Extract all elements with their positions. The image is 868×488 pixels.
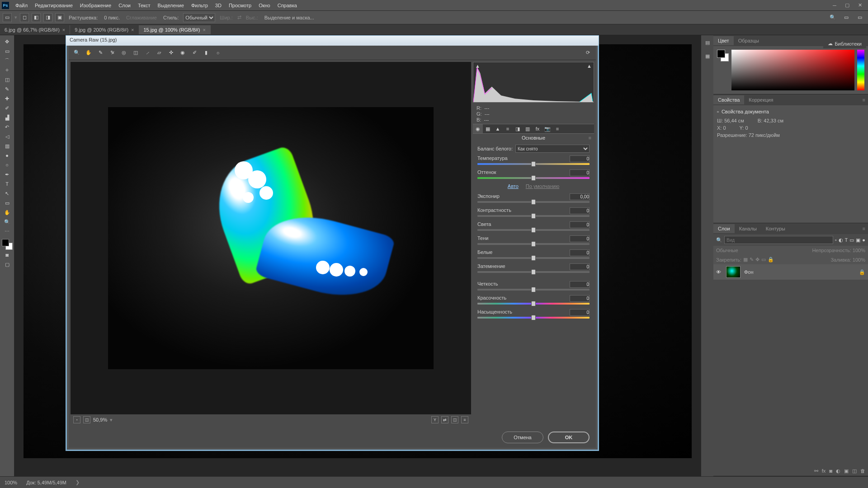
path-tool-icon[interactable]: ↖: [1, 189, 13, 198]
workspace-icon[interactable]: ▭: [841, 12, 852, 23]
panel-menu-icon[interactable]: ≡: [860, 97, 868, 103]
fg-bg-swatch[interactable]: [717, 50, 729, 61]
cr-basic-tab-icon[interactable]: ◉: [473, 124, 483, 133]
marquee-tool-icon[interactable]: ▭: [3, 13, 12, 22]
clarity-slider[interactable]: [477, 289, 590, 291]
text-tool-icon[interactable]: T: [1, 179, 13, 188]
cr-swap-icon[interactable]: ⇄: [441, 416, 448, 423]
menu-view[interactable]: Просмотр: [225, 1, 255, 10]
cr-target-tool-icon[interactable]: ◎: [118, 47, 129, 58]
temp-input[interactable]: [570, 155, 590, 162]
filter-adj-icon[interactable]: ◐: [839, 237, 843, 243]
panel-menu-icon[interactable]: ≡: [860, 226, 868, 231]
dodge-tool-icon[interactable]: ○: [1, 160, 13, 169]
doc-tab-3[interactable]: 15.jpg @ 100% (RGB/8#)×: [139, 25, 211, 34]
whites-slider[interactable]: [477, 257, 590, 259]
tint-slider[interactable]: [477, 177, 590, 179]
tab-paths[interactable]: Контуры: [761, 224, 790, 233]
cr-view-split-icon[interactable]: ◫: [83, 416, 90, 423]
cr-transform-tool-icon[interactable]: ▱: [154, 47, 165, 58]
minimize-icon[interactable]: ─: [828, 1, 841, 10]
cr-hand-tool-icon[interactable]: ✋: [83, 47, 94, 58]
wand-tool-icon[interactable]: ✧: [1, 66, 13, 75]
cr-gradient-tool-icon[interactable]: ▮: [201, 47, 212, 58]
cr-spot-tool-icon[interactable]: ✜: [165, 47, 176, 58]
cancel-button[interactable]: Отмена: [502, 432, 543, 443]
crop-tool-icon[interactable]: ◫: [1, 75, 13, 84]
color-picker[interactable]: [731, 50, 854, 90]
pen-tool-icon[interactable]: ✒: [1, 170, 13, 179]
actions-panel-icon[interactable]: ▦: [703, 52, 712, 61]
add-selection-icon[interactable]: ◧: [32, 13, 41, 22]
search-icon[interactable]: 🔍: [827, 12, 838, 23]
cr-sampler-tool-icon[interactable]: ✎̷: [107, 47, 118, 58]
color-swatch[interactable]: [2, 239, 13, 250]
intersect-selection-icon[interactable]: ▣: [55, 13, 64, 22]
cr-detail-tab-icon[interactable]: ▲: [493, 124, 503, 133]
quickmask-icon[interactable]: ◙: [1, 250, 13, 259]
lasso-tool-icon[interactable]: ⌒: [1, 56, 13, 65]
close-icon[interactable]: ✕: [854, 1, 866, 10]
cr-hsl-tab-icon[interactable]: ≡: [503, 124, 513, 133]
vibrance-input[interactable]: [570, 295, 590, 302]
zoom-value[interactable]: 100%: [5, 480, 17, 485]
share-icon[interactable]: ▭: [854, 12, 865, 23]
maximize-icon[interactable]: ▢: [841, 1, 854, 10]
style-select[interactable]: Обычный: [183, 13, 215, 22]
cr-wb-tool-icon[interactable]: ✎: [95, 47, 106, 58]
visibility-icon[interactable]: 👁: [716, 269, 722, 275]
new-layer-icon[interactable]: ◫: [852, 468, 857, 474]
tab-channels[interactable]: Каналы: [735, 224, 761, 233]
more-tools-icon[interactable]: ⋯: [1, 227, 13, 236]
doc-size[interactable]: Док: 5,49M/5,49M: [26, 480, 66, 485]
close-tab-icon[interactable]: ×: [62, 27, 65, 33]
eyedropper-tool-icon[interactable]: ✎: [1, 84, 13, 94]
layer-thumbnail[interactable]: [726, 266, 741, 278]
libraries-tab[interactable]: ☁ Библиотеки: [823, 39, 866, 48]
cr-lens-tab-icon[interactable]: ▥: [523, 124, 533, 133]
auto-link[interactable]: Авто: [508, 183, 519, 189]
history-tool-icon[interactable]: ↶: [1, 122, 13, 131]
move-tool-icon[interactable]: ✥: [1, 37, 13, 46]
layer-name[interactable]: Фон: [744, 269, 754, 275]
zoom-tool-icon[interactable]: 🔍: [1, 217, 13, 226]
highlights-input[interactable]: [570, 221, 590, 228]
cr-brush-tool-icon[interactable]: ✐: [189, 47, 200, 58]
cr-copy-icon[interactable]: ◫: [451, 416, 458, 423]
layer-filter-input[interactable]: [724, 236, 833, 244]
filter-text-icon[interactable]: T: [845, 237, 848, 243]
delete-icon[interactable]: 🗑: [860, 468, 865, 474]
cr-rotate-icon[interactable]: ⟳: [582, 47, 593, 58]
feather-value[interactable]: 0 пикс.: [104, 15, 120, 20]
menu-3d[interactable]: 3D: [212, 1, 225, 10]
lock-transparency-icon[interactable]: ▦: [743, 257, 748, 263]
cr-panel-menu-icon[interactable]: ≡: [589, 135, 591, 141]
menu-edit[interactable]: Редактирование: [31, 1, 76, 10]
menu-help[interactable]: Справка: [274, 1, 301, 10]
menu-select[interactable]: Выделение: [154, 1, 188, 10]
wb-select[interactable]: Как снято: [515, 145, 590, 153]
hue-bar[interactable]: [857, 50, 864, 90]
menu-image[interactable]: Изображение: [76, 1, 115, 10]
fx-icon[interactable]: fx: [822, 468, 826, 474]
doc-tab-2[interactable]: 9.jpg @ 200% (RGB/8#)×: [70, 25, 139, 34]
temp-slider[interactable]: [477, 163, 590, 165]
ok-button[interactable]: OK: [548, 432, 590, 443]
lock-position-icon[interactable]: ✥: [755, 257, 760, 263]
hand-tool-icon[interactable]: ✋: [1, 208, 13, 217]
filter-icon[interactable]: 🔍: [716, 237, 722, 243]
lock-artboard-icon[interactable]: ▭: [761, 257, 766, 263]
healing-tool-icon[interactable]: ✚: [1, 94, 13, 103]
adjustment-icon[interactable]: ◐: [836, 468, 840, 474]
clarity-input[interactable]: [570, 281, 590, 288]
exposure-slider[interactable]: [477, 201, 590, 203]
new-selection-icon[interactable]: ◻: [20, 13, 29, 22]
lock-all-icon[interactable]: 🔒: [768, 257, 774, 263]
gradient-tool-icon[interactable]: ▥: [1, 141, 13, 150]
group-icon[interactable]: ▣: [844, 468, 849, 474]
blend-mode-select[interactable]: Обычные: [716, 248, 738, 253]
cr-view-single-icon[interactable]: ▫: [73, 416, 80, 423]
shadow-clip-icon[interactable]: ▲: [475, 63, 480, 69]
close-tab-icon[interactable]: ×: [203, 27, 205, 33]
cr-preset-tab-icon[interactable]: ≡: [552, 124, 562, 133]
